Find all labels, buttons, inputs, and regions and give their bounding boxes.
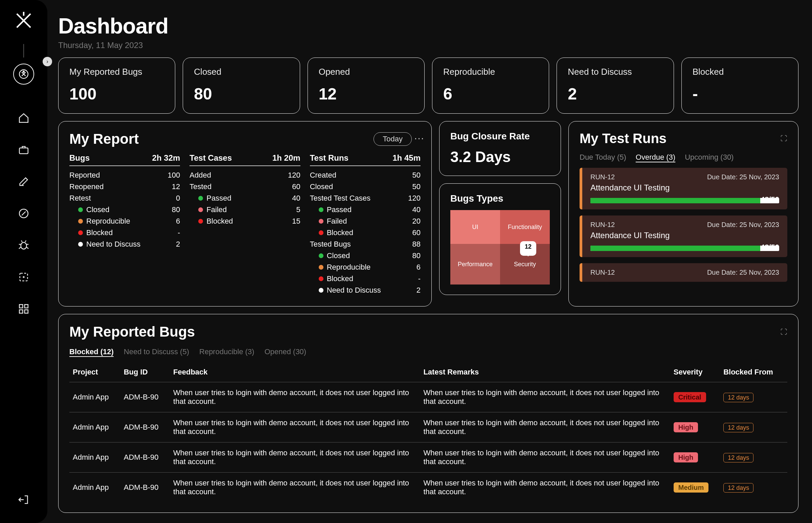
main-content: Dashboard Thursday, 11 May 2023 My Repor… — [47, 0, 812, 523]
cell-bug-id: ADM-B-90 — [121, 382, 170, 412]
nav-grid[interactable] — [17, 303, 30, 315]
table-row[interactable]: Admin App ADM-B-90 When user tries to lo… — [69, 443, 787, 473]
status-dot-icon — [319, 276, 323, 281]
nav-briefcase[interactable] — [17, 143, 30, 156]
nav-compass[interactable] — [17, 207, 30, 220]
cell-blocked: 12 days — [720, 443, 787, 473]
page-title: Dashboard — [58, 14, 798, 39]
report-row-value: 5 — [296, 205, 300, 214]
run-title: Attendance UI Testing — [590, 231, 779, 240]
cell-project: Admin App — [69, 382, 121, 412]
nav-edit[interactable] — [17, 175, 30, 188]
kpi-card[interactable]: Blocked - — [681, 57, 798, 114]
test-run-card[interactable]: RUN-12Due Date: 25 Nov, 2023 — [580, 263, 787, 282]
report-col-duration: 1h 45m — [393, 153, 420, 163]
kpi-label: My Reported Bugs — [69, 67, 164, 77]
run-id: RUN-12 — [590, 269, 615, 276]
cell-feedback: When user tries to login with demo accou… — [170, 473, 420, 503]
project-avatar[interactable] — [13, 64, 34, 85]
nav-logout[interactable] — [17, 493, 30, 506]
status-dot-icon — [319, 288, 323, 293]
cell-feedback: When user tries to login with demo accou… — [170, 443, 420, 473]
cell-remarks: When user tries to login with demo accou… — [420, 382, 670, 412]
treemap-ui[interactable]: UI — [450, 210, 500, 244]
reported-bugs-table: ProjectBug IDFeedbackLatest RemarksSever… — [69, 364, 787, 502]
test-run-card[interactable]: RUN-12Due Date: 25 Nov, 2023 Attendance … — [580, 216, 787, 257]
svg-point-4 — [21, 242, 27, 249]
app-logo — [14, 11, 34, 31]
table-row[interactable]: Admin App ADM-B-90 When user tries to lo… — [69, 412, 787, 443]
report-row-value: 15 — [292, 217, 300, 226]
report-row-label: Blocked — [206, 217, 233, 226]
reported-bugs-tab[interactable]: Reproducible (3) — [199, 347, 254, 356]
reported-bugs-tab[interactable]: Blocked (12) — [69, 347, 114, 356]
cell-severity: High — [670, 412, 720, 443]
severity-badge: Critical — [674, 392, 706, 402]
report-row-label: Passed — [206, 194, 231, 203]
status-dot-icon — [319, 208, 323, 212]
cell-bug-id: ADM-B-90 — [121, 443, 170, 473]
nav-home[interactable] — [17, 112, 30, 125]
report-row-label: Blocked — [327, 274, 353, 283]
treemap-functionality[interactable]: Functionality — [500, 210, 550, 244]
report-row-value: 20 — [412, 217, 420, 226]
bug-closure-panel: Bug Closure Rate 3.2 Days — [439, 121, 561, 176]
table-header: Project — [69, 364, 121, 382]
test-run-card[interactable]: RUN-12Due Date: 25 Nov, 2023 Attendance … — [580, 168, 787, 210]
kebab-menu-icon[interactable]: ⋮ — [418, 134, 420, 144]
table-header: Bug ID — [121, 364, 170, 382]
table-row[interactable]: Admin App ADM-B-90 When user tries to lo… — [69, 382, 787, 412]
report-row: Blocked - — [69, 227, 180, 238]
report-row-label: Added — [190, 171, 211, 180]
run-progress-bar — [590, 198, 779, 203]
severity-badge: High — [674, 452, 698, 463]
report-row-label: Failed — [327, 217, 347, 226]
report-row-label: Closed — [86, 205, 109, 214]
nav-crop[interactable] — [17, 271, 30, 284]
kpi-label: Reproducible — [443, 67, 538, 77]
my-report-panel: My Report Today ⋮ Bugs 2h 32m Reported 1… — [58, 121, 432, 306]
reported-bugs-tab[interactable]: Opened (30) — [265, 347, 307, 356]
svg-rect-9 — [25, 310, 28, 313]
nav-bug[interactable] — [17, 239, 30, 252]
expand-icon[interactable]: ⛶ — [780, 134, 787, 142]
sidebar-expand-button[interactable]: › — [43, 57, 52, 66]
run-due: Due Date: 25 Nov, 2023 — [707, 269, 779, 276]
cell-bug-id: ADM-B-90 — [121, 473, 170, 503]
svg-rect-7 — [25, 305, 28, 308]
test-runs-tab[interactable]: Overdue (3) — [636, 153, 675, 162]
treemap-performance[interactable]: Performance — [450, 244, 500, 285]
status-dot-icon — [319, 265, 323, 270]
kpi-label: Opened — [319, 67, 413, 77]
test-runs-tab[interactable]: Due Today (5) — [580, 153, 626, 162]
status-dot-icon — [78, 230, 83, 235]
reported-bugs-tabs: Blocked (12)Need to Discuss (5)Reproduci… — [69, 347, 787, 356]
report-row: Created 50 — [310, 169, 420, 181]
reported-bugs-tab[interactable]: Need to Discuss (5) — [124, 347, 189, 356]
cell-project: Admin App — [69, 473, 121, 503]
report-row-value: 2 — [176, 240, 180, 249]
kpi-card[interactable]: My Reported Bugs 100 — [58, 57, 175, 114]
cell-remarks: When user tries to login with demo accou… — [420, 443, 670, 473]
status-dot-icon — [78, 208, 83, 212]
kpi-card[interactable]: Closed 80 — [183, 57, 300, 114]
my-report-title: My Report — [69, 131, 139, 147]
kpi-card[interactable]: Need to Discuss 2 — [557, 57, 674, 114]
cell-blocked: 12 days — [720, 382, 787, 412]
report-row-label: Need to Discuss — [86, 240, 140, 249]
run-title: Attendance UI Testing — [590, 183, 779, 193]
report-filter-today[interactable]: Today — [374, 132, 412, 146]
table-row[interactable]: Admin App ADM-B-90 When user tries to lo… — [69, 473, 787, 503]
test-runs-tab[interactable]: Upcoming (30) — [685, 153, 734, 162]
svg-rect-2 — [19, 148, 28, 154]
kpi-card[interactable]: Reproducible 6 — [432, 57, 549, 114]
kpi-card[interactable]: Opened 12 — [308, 57, 425, 114]
report-row: Closed 80 — [310, 250, 420, 262]
status-dot-icon — [319, 230, 323, 235]
expand-icon[interactable]: ⛶ — [780, 328, 787, 336]
cell-severity: Critical — [670, 382, 720, 412]
status-dot-icon — [319, 219, 323, 223]
bug-types-panel: Bugs Types UI Functionality Performance … — [439, 183, 561, 295]
report-row-value: - — [178, 228, 180, 237]
report-row-label: Tested Bugs — [310, 240, 351, 249]
